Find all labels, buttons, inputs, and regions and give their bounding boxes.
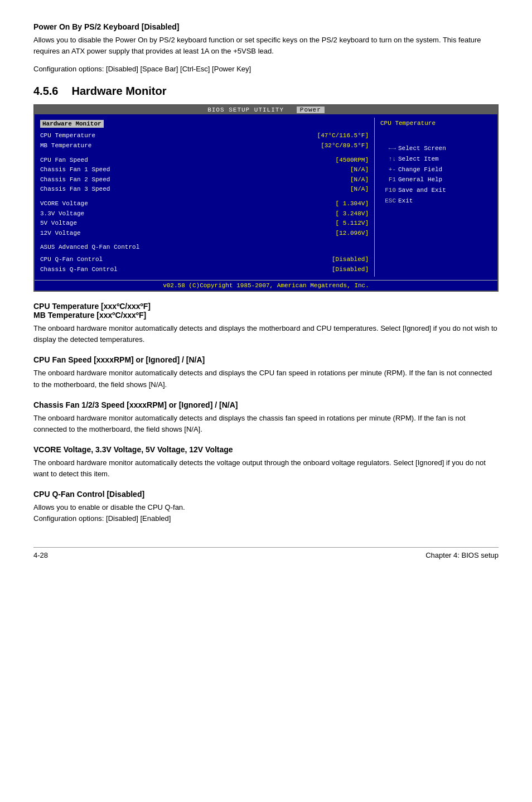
bios-right-panel: CPU Temperature ←→ Select Screen ↑↓ Sele… [375, 118, 497, 277]
sub-body-cpu-qfan: Allows you to enable or disable the CPU … [33, 502, 499, 524]
key-row-help: F1 General Help [380, 175, 492, 185]
bios-row-cpu-temp: CPU Temperature [47°C/116.5°F] [40, 131, 369, 141]
top-title: Power On By PS/2 Keyboard [Disabled] [33, 22, 499, 31]
bios-title-bar: BIOS SETUP UTILITY Power [35, 105, 497, 114]
bios-row-advanced-label: ASUS Advanced Q-Fan Control [40, 243, 369, 253]
bios-footer: v02.58 (C)Copyright 1985-2007, American … [35, 280, 497, 291]
hw-monitor-heading: 4.5.6 Hardware Monitor [33, 85, 499, 98]
key-row-screen: ←→ Select Screen [380, 143, 492, 154]
sub-section-cpu-qfan: CPU Q-Fan Control [Disabled] Allows you … [33, 490, 499, 524]
sub-body-temp: The onboard hardware monitor automatical… [33, 323, 499, 345]
footer-page-num: 4-28 [33, 551, 48, 559]
bios-row-chassis-fan1: Chassis Fan 1 Speed [N/A] [40, 165, 369, 175]
bios-left-header: Hardware Monitor [40, 120, 104, 128]
page-footer: 4-28 Chapter 4: BIOS setup [33, 547, 499, 559]
bios-right-title: CPU Temperature [380, 120, 492, 127]
bios-row-mb-temp: MB Temperature [32°C/89.5°F] [40, 141, 369, 151]
sub-section-chassis-fan: Chassis Fan 1/2/3 Speed [xxxxRPM] or [Ig… [33, 400, 499, 435]
bios-title: BIOS SETUP UTILITY [207, 107, 284, 113]
top-body1: Allows you to disable the Power On by PS… [33, 35, 499, 57]
bios-row-12v: 12V Voltage [12.096V] [40, 229, 369, 239]
key-row-field: +- Change Field [380, 165, 492, 175]
bios-row-5v: 5V Voltage [ 5.112V] [40, 219, 369, 229]
bios-row-cpu-fan: CPU Fan Speed [4500RPM] [40, 156, 369, 166]
sub-heading-cpu-fan: CPU Fan Speed [xxxxRPM] or [Ignored] / [… [33, 355, 499, 364]
bios-row-chassis-fan3: Chassis Fan 3 Speed [N/A] [40, 185, 369, 195]
bios-row-vcore: VCORE Voltage [ 1.304V] [40, 199, 369, 209]
sub-heading-cpu-qfan: CPU Q-Fan Control [Disabled] [33, 490, 499, 499]
bios-row-3v3: 3.3V Voltage [ 3.248V] [40, 209, 369, 219]
bios-row-chassis-qfan: Chassis Q-Fan Control [Disabled] [40, 265, 369, 275]
sub-heading-voltage: VCORE Voltage, 3.3V Voltage, 5V Voltage,… [33, 445, 499, 454]
sub-section-temp: CPU Temperature [xxxºC/xxxºF]MB Temperat… [33, 302, 499, 345]
key-row-exit: ESC Exit [380, 196, 492, 206]
bios-row-cpu-qfan: CPU Q-Fan Control [Disabled] [40, 255, 369, 265]
bios-tab: Power [297, 107, 325, 113]
bios-screenshot: BIOS SETUP UTILITY Power Hardware Monito… [33, 104, 499, 292]
top-body2: Configuration options: [Disabled] [Space… [33, 64, 499, 75]
key-row-item: ↑↓ Select Item [380, 154, 492, 165]
footer-chapter: Chapter 4: BIOS setup [425, 551, 499, 559]
bios-row-chassis-fan2: Chassis Fan 2 Speed [N/A] [40, 175, 369, 185]
sub-body-voltage: The onboard hardware monitor automatical… [33, 457, 499, 480]
key-row-save: F10 Save and Exit [380, 185, 492, 196]
sub-body-cpu-fan: The onboard hardware monitor automatical… [33, 368, 499, 390]
sub-heading-temp: CPU Temperature [xxxºC/xxxºF]MB Temperat… [33, 302, 499, 320]
sub-body-chassis-fan: The onboard hardware monitor automatical… [33, 413, 499, 435]
section-label: Hardware Monitor [71, 85, 166, 98]
bios-key-legend: ←→ Select Screen ↑↓ Select Item +- Chang… [380, 143, 492, 206]
sub-section-voltage: VCORE Voltage, 3.3V Voltage, 5V Voltage,… [33, 445, 499, 480]
bios-content: Hardware Monitor CPU Temperature [47°C/1… [35, 114, 497, 280]
bios-left-panel: Hardware Monitor CPU Temperature [47°C/1… [35, 118, 375, 277]
sub-heading-chassis-fan: Chassis Fan 1/2/3 Speed [xxxxRPM] or [Ig… [33, 400, 499, 409]
section-number: 4.5.6 [33, 85, 58, 98]
sub-section-cpu-fan: CPU Fan Speed [xxxxRPM] or [Ignored] / [… [33, 355, 499, 390]
